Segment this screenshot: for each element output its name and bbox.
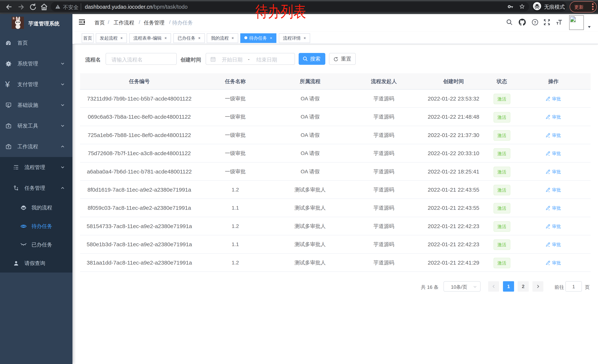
svg-text:?: ? xyxy=(534,20,536,24)
